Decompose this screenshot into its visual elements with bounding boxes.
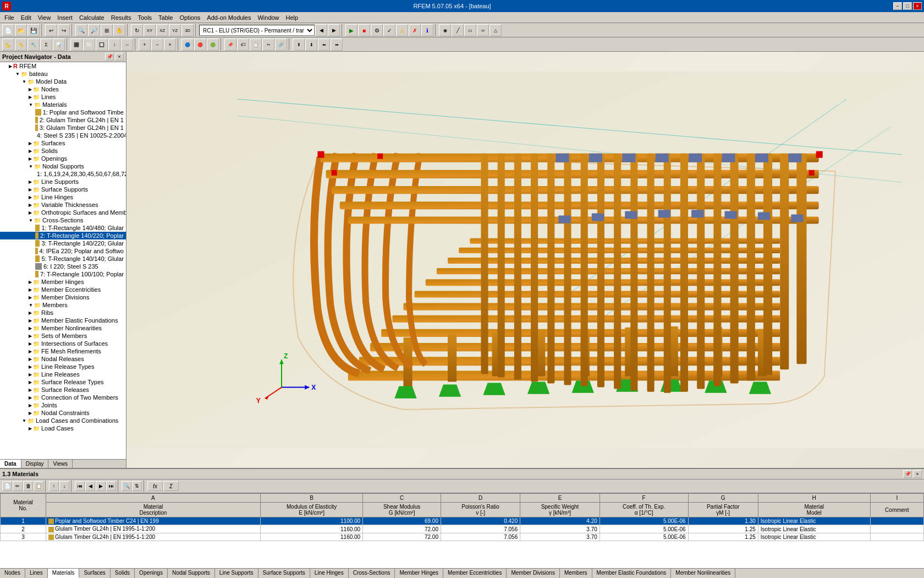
tb2-4[interactable]: Σ (40, 39, 52, 51)
ptb-filter[interactable]: 🔍 (122, 481, 131, 491)
tb-view-xy[interactable]: XY (144, 24, 156, 36)
tb2-9[interactable]: ↕ (108, 39, 120, 51)
tb-surface[interactable]: ▭ (464, 24, 476, 36)
tb2-24[interactable]: ⬅ (318, 39, 330, 51)
tree-sets-members[interactable]: ▶ 📁 Sets of Members (0, 332, 126, 340)
tree-mat-4[interactable]: 4: Steel S 235 | EN 10025-2:2004 (0, 132, 126, 139)
close-button[interactable]: × (913, 2, 922, 10)
tb2-6[interactable]: ⬛ (70, 39, 82, 51)
tb-next[interactable]: ▶ (328, 24, 340, 36)
menu-edit[interactable]: Edit (18, 13, 35, 22)
tree-openings[interactable]: ▶ 📁 Openings (0, 155, 126, 162)
tb2-7[interactable]: ⬜ (83, 39, 95, 51)
tree-member-hinges[interactable]: ▶ 📁 Member Hinges (0, 278, 126, 286)
ptb-sort[interactable]: ⇅ (132, 481, 142, 491)
tb2-11[interactable]: + (139, 39, 151, 51)
tree-surfaces[interactable]: ▶ 📁 Surfaces (0, 139, 126, 147)
tree-mat-2[interactable]: 2: Glulam Timber GL24h | EN 1 (0, 116, 126, 124)
ptb-new[interactable]: 📄 (2, 481, 12, 491)
tree-mat-3[interactable]: 3: Glulam Timber GL24h | EN 1 (0, 124, 126, 132)
btm-tab-lines[interactable]: Lines (25, 569, 48, 578)
tree-nodes[interactable]: ▶ 📁 Nodes (0, 85, 126, 93)
tb-check[interactable]: ✓ (383, 24, 395, 36)
tree-line-releases[interactable]: ▶ 📁 Line Releases (0, 370, 126, 378)
tb-zoom-out[interactable]: 🔎 (88, 24, 100, 36)
menu-calculate[interactable]: Calculate (76, 13, 108, 22)
tb-warn[interactable]: ⚠ (396, 24, 408, 36)
tree-nodal-support-1[interactable]: 1: 1,6,19,24,28,30,45,50,67,68,72 (0, 170, 126, 178)
menu-file[interactable]: File (1, 13, 18, 22)
menu-addons[interactable]: Add-on Modules (204, 13, 254, 22)
menu-view[interactable]: View (35, 13, 54, 22)
tree-cs-7[interactable]: 7: T-Rectangle 100/100; Poplar (0, 270, 126, 278)
restore-button[interactable]: □ (903, 2, 912, 10)
tree-members[interactable]: ▼ 📁 Members (0, 301, 126, 309)
tb-member[interactable]: ═ (477, 24, 489, 36)
ptb-next[interactable]: ▶ (96, 481, 106, 491)
tb-redo[interactable]: ↪ (58, 24, 70, 36)
tb-cross[interactable]: ✗ (409, 24, 421, 36)
tb-prev[interactable]: ◀ (315, 24, 327, 36)
view-canvas[interactable]: X Z Y (127, 52, 924, 468)
btm-tab-nodal-supports[interactable]: Nodal Supports (168, 569, 215, 578)
tree-solids[interactable]: ▶ 📁 Solids (0, 147, 126, 155)
tree-load-cases-sub[interactable]: ▶ 📁 Load Cases (0, 424, 126, 432)
tb2-8[interactable]: 🔲 (96, 39, 108, 51)
ptb-first[interactable]: ⏮ (75, 481, 85, 491)
tree-model-data[interactable]: ▼ 📁 Model Data (0, 78, 126, 85)
tb2-25[interactable]: ➡ (331, 39, 343, 51)
tb2-3[interactable]: 🔧 (28, 39, 40, 51)
btm-tab-member-nonlin[interactable]: Member Nonlinearities (671, 569, 735, 578)
tree-ribs[interactable]: ▶ 📁 Ribs (0, 309, 126, 317)
tree-mat-1[interactable]: 1: Poplar and Softwood Timbe (0, 108, 126, 116)
btm-tab-nodes[interactable]: Nodes (0, 569, 25, 578)
ptb-delete[interactable]: 🗑 (23, 481, 33, 491)
tree-member-divisions[interactable]: ▶ 📁 Member Divisions (0, 293, 126, 301)
btm-tab-solids[interactable]: Solids (111, 569, 135, 578)
tb2-20[interactable]: ✂ (262, 39, 274, 51)
tree-line-hinges[interactable]: ▶ 📁 Line Hinges (0, 193, 126, 201)
nav-tab-display[interactable]: Display (21, 460, 49, 468)
tree-load-cases[interactable]: ▼ 📁 Load Cases and Combinations (0, 417, 126, 424)
tree-nodal-releases[interactable]: ▶ 📁 Nodal Releases (0, 355, 126, 363)
ptb-fx[interactable]: fx (147, 481, 163, 491)
panel-close[interactable]: × (913, 470, 922, 478)
tb-stop[interactable]: ■ (358, 24, 370, 36)
tree-cs-5[interactable]: 5: T-Rectangle 140/140; Glular (0, 255, 126, 263)
tb-new[interactable]: 📄 (2, 24, 14, 36)
ptb-down[interactable]: ↓ (59, 481, 69, 491)
tree-cs-4[interactable]: 4: IPEa 220; Poplar and Softwo (0, 247, 126, 255)
table-row[interactable]: 3 Glulam Timber GL24h | EN 1995-1-1:200 … (1, 533, 924, 541)
tree-surface-supports[interactable]: ▶ 📁 Surface Supports (0, 186, 126, 193)
menu-options[interactable]: Options (176, 13, 204, 22)
tree-surface-releases[interactable]: ▶ 📁 Surface Releases (0, 386, 126, 394)
tb-save[interactable]: 💾 (28, 24, 40, 36)
ptb-last[interactable]: ⏭ (106, 481, 116, 491)
tree-line-release-types[interactable]: ▶ 📁 Line Release Types (0, 363, 126, 370)
tb2-18[interactable]: 🏷 (237, 39, 249, 51)
tree-lines[interactable]: ▶ 📁 Lines (0, 93, 126, 101)
tb-line[interactable]: ╱ (452, 24, 464, 36)
tb2-19[interactable]: 📋 (250, 39, 262, 51)
tree-nodal-supports[interactable]: ▼ 📁 Nodal Supports (0, 162, 126, 170)
btm-tab-member-hinges[interactable]: Member Hinges (395, 569, 443, 578)
nav-pin[interactable]: 📌 (105, 53, 114, 61)
tb-node[interactable]: ◉ (439, 24, 451, 36)
tb-open[interactable]: 📂 (15, 24, 27, 36)
nav-close[interactable]: × (115, 53, 124, 61)
btm-tab-materials[interactable]: Materials (48, 569, 80, 578)
tb-3d[interactable]: 3D (182, 24, 194, 36)
tb2-17[interactable]: 📌 (224, 39, 237, 51)
ptb-prev[interactable]: ◀ (85, 481, 95, 491)
tb2-1[interactable]: 📐 (2, 39, 14, 51)
tb-run[interactable]: ▶ (345, 24, 358, 36)
tb2-22[interactable]: ⬆ (293, 39, 305, 51)
tree-member-nonlin[interactable]: ▶ 📁 Member Nonlinearities (0, 324, 126, 332)
tb2-13[interactable]: × (164, 39, 176, 51)
tree-cs-1[interactable]: 1: T-Rectangle 140/480; Glular (0, 224, 126, 232)
tree-rfem[interactable]: ▶ R RFEM (0, 62, 126, 70)
tb-pan[interactable]: ✋ (113, 24, 125, 36)
tree-cross-sections[interactable]: ▼ 📁 Cross-Sections (0, 216, 126, 224)
btm-tab-member-divisions[interactable]: Member Divisions (507, 569, 559, 578)
tree-nodal-constraints[interactable]: ▶ 📁 Nodal Constraints (0, 409, 126, 417)
